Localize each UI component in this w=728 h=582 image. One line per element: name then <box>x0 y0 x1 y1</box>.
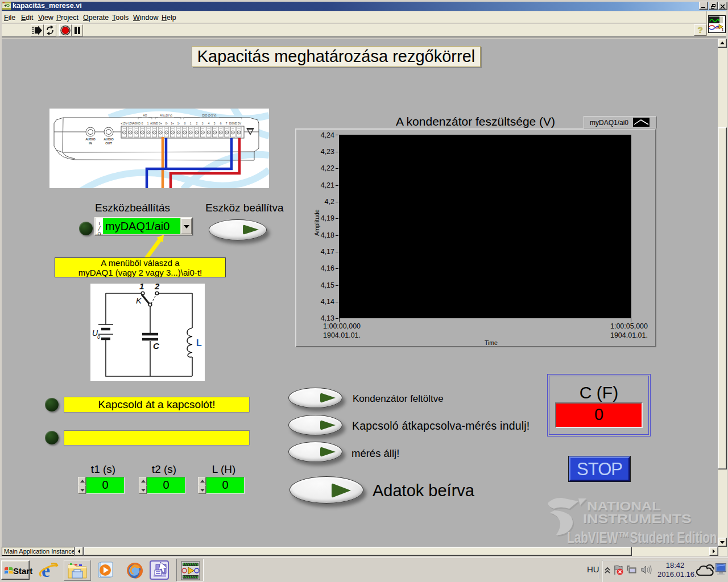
svg-text:2: 2 <box>196 122 198 125</box>
svg-text:6: 6 <box>220 122 222 125</box>
svg-text:0-: 0- <box>166 122 168 125</box>
svg-text:1: 1 <box>139 284 144 291</box>
svg-text:OUT: OUT <box>105 142 112 145</box>
svg-text:3: 3 <box>202 122 204 125</box>
svg-text:1-: 1- <box>177 122 180 125</box>
svg-text:1: 1 <box>190 122 192 125</box>
svg-text:0: 0 <box>97 334 100 340</box>
svg-text:5: 5 <box>214 122 216 125</box>
svg-text:INSTRUMENTS: INSTRUMENTS <box>583 512 692 525</box>
svg-text:0: 0 <box>184 122 186 125</box>
svg-text:1: 1 <box>721 27 724 32</box>
svg-text:NATIONAL: NATIONAL <box>587 499 661 513</box>
svg-text:AO: AO <box>143 114 147 117</box>
svg-text:0: 0 <box>142 122 143 125</box>
svg-text:LabVIEW™Student Edition: LabVIEW™Student Edition <box>567 528 717 546</box>
svg-text:AUDIO: AUDIO <box>104 138 114 141</box>
svg-text:2: 2 <box>154 284 160 291</box>
svg-text:AUDIO: AUDIO <box>85 138 96 141</box>
svg-text:AGND: AGND <box>150 122 158 125</box>
svg-text:L: L <box>196 338 202 348</box>
svg-text:0+: 0+ <box>159 122 162 125</box>
svg-text:AGND: AGND <box>133 122 140 125</box>
svg-text:AI (±10 V): AI (±10 V) <box>160 114 172 117</box>
svg-text:7: 7 <box>226 122 228 125</box>
svg-text:DIO (0-5 V): DIO (0-5 V) <box>202 114 217 117</box>
svg-text:1: 1 <box>147 122 149 125</box>
svg-text:5V: 5V <box>238 122 242 125</box>
svg-text:4: 4 <box>208 122 210 125</box>
svg-text:K: K <box>136 296 142 305</box>
svg-text:IN: IN <box>89 142 92 145</box>
svg-text:+15V: +15V <box>121 122 127 125</box>
svg-text:1+: 1+ <box>171 122 174 125</box>
svg-text:DGND: DGND <box>229 122 238 125</box>
svg-text:C: C <box>153 341 160 351</box>
